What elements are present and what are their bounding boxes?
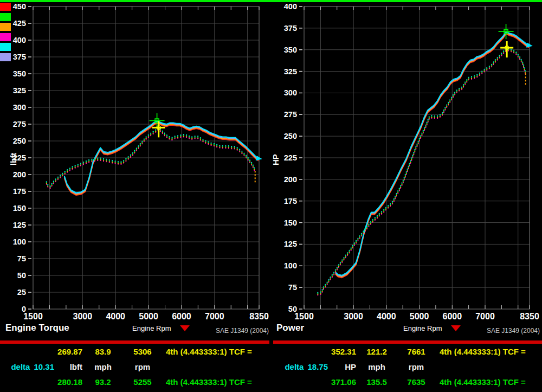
- svg-text:125: 125: [13, 221, 26, 229]
- torque-correction-standard-label: SAE J1349 (2004): [216, 327, 269, 335]
- power-correction-standard-label: SAE J1349 (2004): [487, 327, 540, 335]
- svg-text:4000: 4000: [106, 312, 125, 320]
- torque-delta-value: 10.31: [34, 362, 54, 371]
- torque-delta-readout-row: delta10.31 lbft mph rpm: [0, 362, 269, 371]
- power-run2-readout-row: 371.06 135.5 7635 4th (4.443333:1) TCF =: [274, 377, 542, 387]
- torque-run2-gear-info: 4th (4.443333:1) TCF =: [162, 377, 269, 387]
- svg-text:125: 125: [284, 240, 297, 248]
- torque-x-axis-label[interactable]: Engine Rpm: [132, 324, 171, 332]
- svg-text:275: 275: [13, 120, 26, 128]
- svg-text:400: 400: [284, 2, 297, 11]
- svg-text:7000: 7000: [475, 312, 495, 320]
- dyno-app-window: 0255075100125150175200225250275300325350…: [0, 0, 542, 392]
- power-chart-canvas[interactable]: 5075100125150175200225250275300325350375…: [271, 2, 542, 320]
- svg-text:6000: 6000: [172, 312, 191, 320]
- svg-text:150: 150: [284, 219, 297, 227]
- power-delta-value: 18.75: [307, 362, 328, 371]
- speed-unit-label: mph: [82, 362, 124, 371]
- svg-text:325: 325: [284, 67, 297, 76]
- svg-text:300: 300: [13, 103, 26, 112]
- dropdown-arrow-icon[interactable]: [180, 325, 190, 331]
- power-x-axis-selector[interactable]: Engine Rpm: [403, 324, 461, 332]
- power-run2-rpm: 7635: [397, 377, 435, 387]
- torque-run2-readout-row: 280.18 93.2 5255 4th (4.443333:1) TCF =: [0, 377, 269, 387]
- svg-text:375: 375: [13, 53, 26, 61]
- svg-text:8350: 8350: [520, 312, 539, 320]
- svg-text:lbft: lbft: [9, 153, 18, 165]
- svg-text:350: 350: [13, 69, 26, 78]
- svg-text:50: 50: [17, 271, 26, 280]
- svg-text:75: 75: [288, 283, 297, 292]
- svg-text:400: 400: [13, 36, 26, 44]
- torque-chart-canvas[interactable]: 0255075100125150175200225250275300325350…: [0, 2, 271, 320]
- torque-run1-gear-info: 4th (4.443333:1) TCF =: [162, 347, 269, 356]
- torque-chart-panel: 0255075100125150175200225250275300325350…: [0, 2, 271, 340]
- rpm-unit-label: rpm: [397, 362, 435, 371]
- svg-text:450: 450: [13, 2, 26, 11]
- torque-chart-header: Engine Torque Engine Rpm SAE J1349 (2004…: [0, 320, 271, 340]
- svg-text:250: 250: [13, 137, 26, 145]
- power-chart-panel: 5075100125150175200225250275300325350375…: [271, 2, 542, 340]
- svg-text:100: 100: [13, 237, 26, 246]
- svg-text:425: 425: [13, 19, 26, 28]
- svg-text:175: 175: [284, 197, 297, 205]
- power-delta-readout-row: delta18.75 HP mph rpm: [274, 362, 542, 371]
- power-run2-speed: 135.5: [356, 377, 397, 387]
- svg-text:4000: 4000: [377, 312, 396, 320]
- svg-text:3000: 3000: [344, 312, 363, 320]
- power-chart-header: Power Engine Rpm SAE J1349 (2004): [271, 320, 542, 340]
- svg-text:200: 200: [13, 170, 26, 179]
- svg-text:HP: HP: [271, 154, 280, 165]
- svg-text:5000: 5000: [139, 312, 158, 320]
- svg-text:75: 75: [17, 254, 26, 263]
- torque-run1-readout-row: 269.87 83.9 5306 4th (4.443333:1) TCF =: [0, 347, 269, 356]
- svg-text:375: 375: [284, 24, 297, 33]
- svg-text:100: 100: [284, 261, 297, 270]
- svg-text:325: 325: [13, 86, 26, 95]
- svg-text:175: 175: [13, 187, 26, 196]
- power-unit-label: HP: [328, 362, 356, 371]
- power-run2-value: 371.06: [328, 377, 356, 387]
- svg-text:3000: 3000: [73, 312, 93, 320]
- svg-text:200: 200: [284, 175, 297, 184]
- power-delta-label: delta: [285, 362, 304, 371]
- power-run1-rpm: 7661: [397, 347, 435, 356]
- torque-run2-value: 280.18: [54, 377, 82, 387]
- torque-unit-label: lbft: [54, 362, 82, 371]
- speed-unit-label: mph: [356, 362, 397, 371]
- power-run1-value: 352.31: [328, 347, 356, 356]
- power-run1-gear-info: 4th (4.443333:1) TCF =: [435, 347, 542, 356]
- torque-run1-speed: 83.9: [82, 347, 124, 356]
- svg-text:25: 25: [17, 288, 26, 297]
- torque-run1-rpm: 5306: [124, 347, 162, 356]
- svg-text:150: 150: [13, 204, 26, 213]
- torque-run1-value: 269.87: [54, 347, 82, 356]
- dropdown-arrow-icon[interactable]: [451, 325, 461, 331]
- svg-text:225: 225: [284, 153, 297, 162]
- svg-text:5000: 5000: [410, 312, 429, 320]
- torque-x-axis-selector[interactable]: Engine Rpm: [132, 324, 190, 332]
- torque-readout-panel: 269.87 83.9 5306 4th (4.443333:1) TCF = …: [0, 344, 269, 392]
- rpm-unit-label: rpm: [124, 362, 162, 371]
- torque-chart-title: Engine Torque: [5, 323, 69, 333]
- power-run2-gear-info: 4th (4.443333:1) TCF =: [435, 377, 542, 387]
- power-x-axis-label[interactable]: Engine Rpm: [403, 324, 442, 332]
- svg-text:1500: 1500: [294, 312, 314, 320]
- power-run1-readout-row: 352.31 121.2 7661 4th (4.443333:1) TCF =: [274, 347, 542, 356]
- torque-run2-speed: 93.2: [82, 377, 124, 387]
- svg-text:8350: 8350: [249, 312, 269, 320]
- power-readout-panel: 352.31 121.2 7661 4th (4.443333:1) TCF =…: [274, 344, 542, 392]
- svg-text:275: 275: [284, 110, 297, 119]
- svg-text:250: 250: [284, 132, 297, 140]
- svg-text:7000: 7000: [205, 312, 224, 320]
- svg-text:1500: 1500: [23, 312, 43, 320]
- svg-text:6000: 6000: [442, 312, 462, 320]
- svg-text:350: 350: [284, 46, 297, 54]
- torque-run2-rpm: 5255: [124, 377, 162, 387]
- torque-delta-label: delta: [11, 362, 30, 371]
- power-chart-title: Power: [276, 323, 304, 333]
- svg-text:300: 300: [284, 88, 297, 97]
- power-run1-speed: 121.2: [356, 347, 397, 356]
